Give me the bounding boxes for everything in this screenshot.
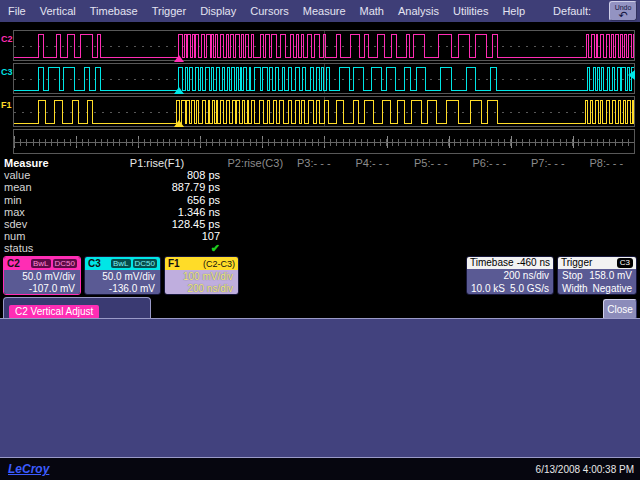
f1-descriptor-values: 100 mV/div 200 ns/div xyxy=(165,270,238,295)
measure-column-p7[interactable]: P7:- - - xyxy=(519,157,578,254)
f1-tdiv: 200 ns/div xyxy=(167,283,233,295)
timebase-center-line xyxy=(14,142,634,143)
menu-measure[interactable]: Measure xyxy=(303,5,346,17)
timebase-header: Timebase -460 ns xyxy=(467,257,553,269)
measure-corner-label: Measure xyxy=(4,157,94,169)
trigger-slope: Negative xyxy=(593,282,632,295)
measure-column-p6[interactable]: P6:- - - xyxy=(460,157,519,254)
timebase-scale: 200 ns/div xyxy=(471,269,549,282)
trigger-values: Stop 158.0 mV Width Negative xyxy=(558,269,636,295)
p5-header: P5:- - - xyxy=(402,157,461,169)
p1-value: 808 ps xyxy=(94,169,220,181)
trace-label-c2: C2 xyxy=(1,34,13,44)
c3-waveform xyxy=(14,64,634,93)
measure-column-p2[interactable]: P2:rise(C3) xyxy=(226,157,285,254)
c2-descriptor-values: 50.0 mV/div -107.0 mV xyxy=(4,270,80,295)
trace-label-f1: F1 xyxy=(1,100,12,110)
menu-timebase[interactable]: Timebase xyxy=(90,5,138,17)
trigger-mode: Stop xyxy=(562,269,583,282)
row-label-value: value xyxy=(4,169,94,181)
p6-header: P6:- - - xyxy=(460,157,519,169)
c2-vdiv: 50.0 mV/div xyxy=(6,271,75,283)
row-label-num: num xyxy=(4,230,94,242)
c2-waveform xyxy=(14,31,634,60)
timebase-descriptor-box[interactable]: Timebase -460 ns 200 ns/div 10.0 kS 5.0 … xyxy=(466,256,554,295)
trigger-descriptor-box[interactable]: Trigger C3 Stop 158.0 mV Width Negative xyxy=(557,256,637,295)
status-bar: LeCroy 6/13/2008 4:00:38 PM xyxy=(0,458,640,480)
p3-header: P3:- - - xyxy=(285,157,344,169)
p1-min: 656 ps xyxy=(94,194,220,206)
trace-label-c3: C3 xyxy=(1,67,13,77)
c3-descriptor-values: 50.0 mV/div -136.0 mV xyxy=(85,270,160,295)
vertical-adjust-dialog: Trace On ✔ Volts/div 50.0 mV Variable Ga… xyxy=(0,318,640,458)
c3-descriptor-header: C3 BwL DC50 xyxy=(85,257,160,270)
f1-descriptor-header: F1 (C2-C3) xyxy=(165,257,238,270)
menu-display[interactable]: Display xyxy=(200,5,236,17)
datetime-display: 6/13/2008 4:00:38 PM xyxy=(536,464,634,475)
menu-math[interactable]: Math xyxy=(360,5,384,17)
menu-vertical[interactable]: Vertical xyxy=(40,5,76,17)
dc50-badge: DC50 xyxy=(53,259,77,268)
bwl-badge: BwL xyxy=(31,259,51,268)
grid-c3 xyxy=(13,63,635,94)
p1-num: 107 xyxy=(94,230,220,242)
f1-vdiv: 100 mV/div xyxy=(167,271,233,283)
tab-label: C2 Vertical Adjust xyxy=(9,305,99,319)
trigger-level-marker-icon[interactable] xyxy=(628,70,635,80)
undo-button[interactable]: Undo ↶ xyxy=(609,1,637,21)
f1-waveform xyxy=(14,97,634,126)
menu-bar: File Vertical Timebase Trigger Display C… xyxy=(0,0,640,22)
measure-column-p4[interactable]: P4:- - - xyxy=(343,157,402,254)
close-button[interactable]: Close xyxy=(603,299,637,320)
row-label-mean: mean xyxy=(4,181,94,193)
default-label: Default: xyxy=(553,5,591,17)
grid-f1 xyxy=(13,96,635,127)
grid-timebase xyxy=(13,129,635,154)
f1-trigger-position-marker-icon[interactable] xyxy=(174,120,184,127)
c2-trigger-position-marker-icon[interactable] xyxy=(174,55,184,62)
measure-column-p5[interactable]: P5:- - - xyxy=(402,157,461,254)
c3-trigger-position-marker-icon[interactable] xyxy=(174,87,184,94)
p1-mean: 887.79 ps xyxy=(94,181,220,193)
c2-descriptor-box[interactable]: C2 BwL DC50 50.0 mV/div -107.0 mV xyxy=(3,256,81,295)
menu-file[interactable]: File xyxy=(8,5,26,17)
menu-analysis[interactable]: Analysis xyxy=(398,5,439,17)
c2-descriptor-header: C2 BwL DC50 xyxy=(4,257,80,270)
dc50-badge: DC50 xyxy=(133,259,157,268)
row-label-max: max xyxy=(4,206,94,218)
timebase-values: 200 ns/div 10.0 kS 5.0 GS/s xyxy=(467,269,553,295)
c3-offset: -136.0 mV xyxy=(87,283,155,295)
oscilloscope-screen: File Vertical Timebase Trigger Display C… xyxy=(0,0,640,480)
p4-header: P4:- - - xyxy=(343,157,402,169)
p1-status-check-icon: ✔ xyxy=(94,242,220,254)
c3-descriptor-box[interactable]: C3 BwL DC50 50.0 mV/div -136.0 mV xyxy=(84,256,161,295)
c3-id: C3 xyxy=(88,258,101,269)
measure-column-p1[interactable]: P1:rise(F1) 808 ps 887.79 ps 656 ps 1.34… xyxy=(94,157,226,254)
menu-cursors[interactable]: Cursors xyxy=(250,5,289,17)
measure-table: Measure value mean min max sdev num stat… xyxy=(2,157,638,254)
menu-utilities[interactable]: Utilities xyxy=(453,5,488,17)
p2-header: P2:rise(C3) xyxy=(226,157,285,169)
undo-icon: ↶ xyxy=(610,11,636,20)
measure-column-p3[interactable]: P3:- - - xyxy=(285,157,344,254)
lecroy-logo: LeCroy xyxy=(8,462,49,476)
c2-offset: -107.0 mV xyxy=(6,283,75,295)
trigger-source-badge: C3 xyxy=(617,258,633,268)
measure-column-p8[interactable]: P8:- - - xyxy=(577,157,636,254)
trigger-type: Width xyxy=(562,282,588,295)
c2-id: C2 xyxy=(7,258,20,269)
row-label-status: status xyxy=(4,242,94,254)
tab-c2-vertical-adjust[interactable]: C2 Vertical Adjust xyxy=(3,297,151,318)
trigger-title: Trigger xyxy=(561,257,592,269)
trigger-header: Trigger C3 xyxy=(558,257,636,269)
timebase-samples: 10.0 kS xyxy=(471,282,505,295)
row-label-min: min xyxy=(4,194,94,206)
c3-vdiv: 50.0 mV/div xyxy=(87,271,155,283)
menu-help[interactable]: Help xyxy=(502,5,525,17)
f1-id: F1 xyxy=(168,258,180,269)
p7-header: P7:- - - xyxy=(519,157,578,169)
p1-max: 1.346 ns xyxy=(94,206,220,218)
f1-descriptor-box[interactable]: F1 (C2-C3) 100 mV/div 200 ns/div xyxy=(164,256,239,295)
row-label-sdev: sdev xyxy=(4,218,94,230)
menu-trigger[interactable]: Trigger xyxy=(152,5,186,17)
